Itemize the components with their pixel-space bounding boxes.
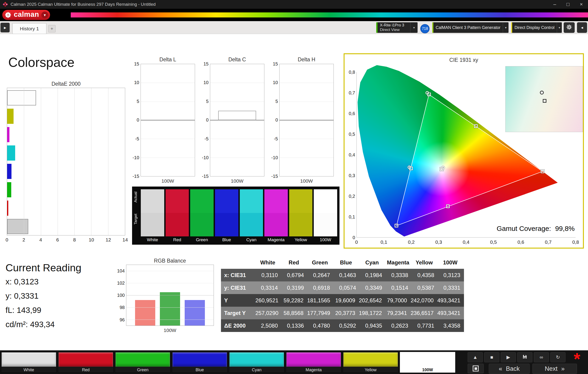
gridline [126,295,214,295]
infinity-icon: ∞ [540,354,543,360]
delta-e-bar-row [7,182,125,197]
table-corner [221,256,255,269]
table-cell: 202,6542 [359,294,386,307]
delta-bar [218,111,256,120]
column-header: Magenta [386,256,412,269]
pattern-label: 100W [400,367,455,373]
swatch-label: 100W [314,236,337,243]
pattern-button-red[interactable]: Red [58,352,114,373]
pattern-button-blue[interactable]: Blue [172,352,228,373]
next-button[interactable]: Next » [532,364,577,374]
logo-dropdown-button[interactable]: ▼ [41,11,48,18]
pattern-generator-label: CalMAN Client 3 Pattern Generator [436,25,501,30]
pattern-swatch [400,353,455,367]
gamut-coverage-label: Gamut Coverage: [497,225,551,233]
table-row: x: CIE310,31100,67940,26470,14630,19840,… [221,269,464,281]
chevron-down-icon[interactable]: ▾ [557,22,562,33]
table-cell: 260,9521 [255,294,282,307]
pattern-swatch [2,353,56,367]
cie-marker-circle [408,165,411,169]
gridline [280,102,334,102]
pattern-swatch [230,353,284,367]
toolbar: ▸ History 1 + X-Rite i1Pro 3 Direct View… [0,21,588,34]
display-control-label: Direct Display Control [514,25,555,30]
meter-count-badge: 718 [420,24,430,33]
save-icon [522,354,528,361]
inset-marker-square [543,99,546,103]
window-title: Calman 2025 Calman Ultimate for Business… [10,2,156,7]
swatch-column-white: White [141,189,164,243]
rgb-balance-y-axis: 1041021009896 [115,271,125,320]
play-icon: ▶ [506,354,510,360]
table-cell: 0,3110 [255,269,282,281]
display-control-dropdown[interactable]: Direct Display Control ▾ [511,22,562,33]
gridline [141,139,195,139]
colorspace-workspace: Colorspace DeltaE 2000 02468101214 Delta… [0,34,588,350]
table-cell: 0,3199 [282,281,308,294]
actual-swatch [264,189,288,213]
current-reading-x: x: 0,3123 [6,277,39,286]
calman-logo[interactable]: calman ▼ [2,10,50,20]
actual-swatch [190,189,214,213]
pattern-button-cyan[interactable]: Cyan [229,352,284,373]
meter-dropdown[interactable]: X-Rite i1Pro 3 Direct View ▾ [376,22,418,33]
table-cell: 242,0700 [411,294,437,307]
gridline [210,158,264,158]
pattern-buttons: WhiteRedGreenBlueCyanMagentaYellow100W [1,352,455,373]
minimize-button[interactable]: – [548,0,561,9]
table-cell: 0,4780 [307,319,334,332]
delta-e-bar-yellow [7,109,13,124]
eject-button[interactable]: ▲ [468,352,483,362]
column-header: White [255,256,282,269]
row-label: y: CIE31 [221,281,255,294]
window-controls: – □ × [548,0,588,9]
table-cell: 0,1984 [360,269,386,281]
delta-e-bar-white [7,219,28,234]
actual-swatch [215,189,238,213]
delta-l-chart-title: Delta L [141,56,195,63]
cie-marker-square [395,224,398,227]
maximize-button[interactable]: □ [561,0,575,9]
tab-history-1[interactable]: History 1 [12,23,46,34]
swatch-column-100w: 100W [314,189,337,243]
back-button[interactable]: « Back [489,364,530,374]
cie-marker-circle [426,91,429,95]
pattern-button-green[interactable]: Green [115,352,171,373]
delta-h-chart [279,64,334,176]
continuous-button[interactable]: ∞ [534,352,549,362]
pattern-button-magenta[interactable]: Magenta [286,352,342,373]
panel-expander-button[interactable]: ▸ [0,23,10,32]
pattern-button-yellow[interactable]: Yellow [343,352,399,373]
play-button[interactable]: ▶ [501,352,516,362]
pattern-generator-dropdown[interactable]: CalMAN Client 3 Pattern Generator ▾ [432,22,509,33]
actual-swatch [240,189,263,213]
stop-button[interactable]: ■ [484,352,499,362]
delta-e-bar-row [7,90,125,106]
pattern-window-button[interactable] [468,364,484,373]
pattern-button-white[interactable]: White [1,352,57,373]
swatch-column-blue: Blue [215,189,238,243]
gridline [41,88,41,235]
chevron-down-icon[interactable]: ▾ [410,22,418,33]
table-cell: 0,1463 [334,269,360,281]
delta-h-y-axis: 151050-5-10-15 [268,64,278,176]
table-cell: 0,2647 [307,269,334,281]
chevron-down-icon[interactable]: ▾ [503,22,509,33]
save-button[interactable] [517,352,532,362]
pattern-label: White [1,367,56,373]
collapse-toolbar-button[interactable]: ◂ [577,22,587,33]
add-tab-button[interactable]: + [48,25,56,32]
delta-e-bar-red [7,201,8,216]
loop-button[interactable]: ↻ [550,352,566,362]
delta-e-bar-cyan [7,145,15,160]
table-cell: 0,3123 [438,269,464,281]
chevron-right-icon: » [561,365,565,372]
actual-target-swatch-panel: Actual Target WhiteRedGreenBlueCyanMagen… [132,187,339,245]
delta-c-chart [210,64,264,176]
pattern-button-100w[interactable]: 100W [400,352,455,373]
gridline [126,320,214,320]
settings-button[interactable] [564,22,575,33]
table-cell: 79,2341 [386,307,411,319]
actual-swatch [141,189,164,213]
close-button[interactable]: × [575,0,588,9]
